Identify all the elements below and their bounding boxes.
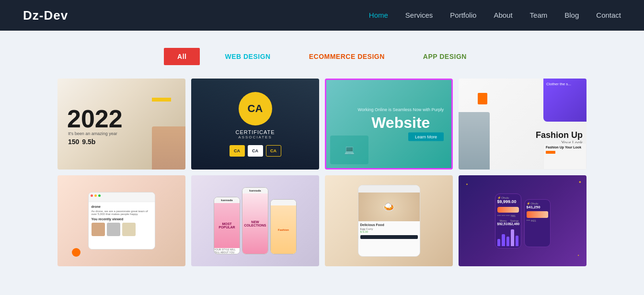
nav-link-contact[interactable]: Contact bbox=[596, 11, 621, 19]
nav-item-team[interactable]: Team bbox=[530, 11, 548, 20]
website-main-title: Website bbox=[358, 114, 444, 132]
fashion-tag-text: Fashion bbox=[278, 228, 289, 231]
company-name: CERTIFICATE bbox=[235, 129, 275, 135]
nav-link-about[interactable]: About bbox=[494, 11, 512, 19]
phone2-card bbox=[527, 211, 548, 218]
browser-mockup: drone As drone, we are a passionate grea… bbox=[88, 192, 155, 250]
year-number: 2022 bbox=[67, 106, 123, 131]
card-7-inner: 🍛 Delicious Food Egg Curry $ 6.00 bbox=[325, 175, 453, 266]
website-cta-btn[interactable]: Learn More bbox=[408, 133, 444, 141]
card-number: **** **** **** 7881 bbox=[497, 215, 519, 217]
store-name: drone bbox=[92, 205, 152, 208]
card-6-inner: kannada MOST POPULAR YOUR STYLE WILL TEL… bbox=[191, 175, 319, 266]
nav-item-blog[interactable]: Blog bbox=[564, 11, 579, 20]
portfolio-item-4[interactable]: Clother the s... Fashion Up Your Look Fa… bbox=[459, 79, 586, 170]
portfolio-item-3[interactable]: 💻 Working Online is Seamless Now with Pu… bbox=[325, 79, 453, 170]
balance-amount: $9,999.00 bbox=[497, 199, 519, 204]
food-action-row bbox=[360, 235, 418, 239]
expense-stat: Savings $2,460 bbox=[509, 219, 519, 226]
portfolio-item-8[interactable]: ✦ ✦ ✦ ⚡ Ohulu $9,999.00 **** **** **** 7… bbox=[459, 175, 586, 266]
stats-row: 150 9.5b bbox=[68, 138, 95, 146]
phone-screen-right: Fashion bbox=[271, 205, 296, 254]
product-2 bbox=[107, 223, 120, 236]
nav-item-services[interactable]: Services bbox=[405, 11, 433, 20]
portfolio-item-6[interactable]: kannada MOST POPULAR YOUR STYLE WILL TEL… bbox=[191, 175, 319, 266]
product-3 bbox=[122, 223, 136, 236]
card-4-inner: Clother the s... Fashion Up Your Look Fa… bbox=[459, 79, 586, 170]
nav-item-about[interactable]: About bbox=[494, 11, 512, 20]
filter-bar: All WEB DESIGN ECOMMERCE DESIGN APP DESI… bbox=[0, 31, 644, 79]
nav-item-portfolio[interactable]: Portfolio bbox=[450, 11, 476, 20]
filter-ecommerce-design[interactable]: ECOMMERCE DESIGN bbox=[296, 48, 398, 65]
bar-2 bbox=[502, 234, 505, 246]
income-stat: Money $92,510 bbox=[497, 219, 509, 226]
nav-link-portfolio[interactable]: Portfolio bbox=[450, 11, 476, 19]
filter-app-design[interactable]: APP DESIGN bbox=[410, 48, 480, 65]
store-tagline: As drone, we are a passionate great team… bbox=[92, 210, 152, 216]
nav-link-team[interactable]: Team bbox=[530, 11, 548, 19]
portfolio-item-2[interactable]: CA CERTIFICATE ASSOCIATES CA CA CA bbox=[191, 79, 319, 170]
year-subtitle: It's been an amazing year bbox=[68, 131, 117, 136]
expense-value: $2,460 bbox=[509, 222, 519, 226]
small-badge-1: CA bbox=[230, 145, 245, 157]
portfolio-item-7[interactable]: 🍛 Delicious Food Egg Curry $ 6.00 bbox=[325, 175, 453, 266]
portfolio-item-1[interactable]: 2022 It's been an amazing year 150 9.5b bbox=[58, 79, 185, 170]
ca-content: CA CERTIFICATE ASSOCIATES CA CA CA bbox=[230, 92, 281, 157]
purple-card-text: Clother the s... bbox=[546, 81, 584, 87]
close-dot bbox=[91, 194, 93, 197]
expense-label: Savings bbox=[509, 219, 519, 222]
nav-item-contact[interactable]: Contact bbox=[596, 11, 621, 20]
food-app-title: Delicious Food bbox=[360, 223, 418, 227]
food-bowl-image: 🍛 bbox=[358, 193, 420, 221]
laptop-icon: 💻 bbox=[344, 145, 355, 155]
browser-body: drone As drone, we are a passionate grea… bbox=[89, 202, 155, 249]
phone-screen-left: MOST POPULAR bbox=[214, 203, 240, 248]
nav-link-home[interactable]: Home bbox=[369, 11, 388, 19]
fashion-title-1: Fashion Up bbox=[536, 130, 583, 140]
phone-footer-left: YOUR STYLE WILL TELL ABOUT YOU bbox=[214, 248, 240, 254]
filter-all[interactable]: All bbox=[164, 48, 200, 65]
nav-link-services[interactable]: Services bbox=[405, 11, 433, 19]
card-3-inner: 💻 Working Online is Seamless Now with Pu… bbox=[326, 80, 451, 168]
orange-accent-dot bbox=[72, 248, 80, 257]
small-badge-3: CA bbox=[266, 145, 281, 157]
product-1 bbox=[92, 223, 105, 236]
yellow-accent-bar bbox=[152, 98, 171, 102]
recently-viewed: You recently viewed bbox=[92, 217, 152, 221]
bar-1 bbox=[497, 239, 501, 246]
card-8-inner: ✦ ✦ ✦ ⚡ Ohulu $9,999.00 **** **** **** 7… bbox=[459, 175, 586, 266]
site-logo[interactable]: Dz-Dev bbox=[23, 8, 369, 23]
portfolio-grid: 2022 It's been an amazing year 150 9.5b … bbox=[0, 79, 644, 289]
phone2-amount: $41,250 bbox=[527, 205, 548, 209]
company-sub: ASSOCIATES bbox=[238, 135, 272, 139]
cta-row bbox=[546, 151, 584, 154]
card-5-inner: drone As drone, we are a passionate grea… bbox=[58, 175, 185, 266]
phone-right: Fashion bbox=[270, 199, 297, 254]
nav-link-blog[interactable]: Blog bbox=[564, 11, 579, 19]
cta-bar bbox=[546, 151, 555, 154]
website-text-block: Working Online is Seamless Now with Purp… bbox=[358, 107, 444, 141]
stat-2: 9.5b bbox=[82, 138, 95, 146]
phone-brand: kannada bbox=[214, 197, 240, 203]
bar-5 bbox=[516, 236, 519, 246]
nav-item-home[interactable]: Home bbox=[369, 11, 388, 20]
ca-badge: CA bbox=[239, 92, 272, 125]
finance-app-name: ⚡ Ohulu bbox=[497, 196, 519, 199]
nav-links: Home Services Portfolio About Team Blog … bbox=[369, 11, 621, 20]
phone-left: kannada MOST POPULAR YOUR STYLE WILL TEL… bbox=[214, 197, 240, 254]
portfolio-item-5[interactable]: drone As drone, we are a passionate grea… bbox=[58, 175, 185, 266]
badge-row: CA CA CA bbox=[230, 145, 281, 157]
phone2-card-num: **** 4421 bbox=[527, 219, 548, 222]
stats-row: Money $92,510 Savings $2,460 bbox=[497, 219, 519, 226]
bar-3 bbox=[506, 237, 510, 246]
browser-header bbox=[89, 193, 155, 202]
max-dot bbox=[98, 194, 101, 197]
product-row bbox=[92, 223, 152, 236]
filter-web-design[interactable]: WEB DESIGN bbox=[211, 48, 284, 65]
star-decoration: ✦ bbox=[578, 180, 582, 184]
website-tagline: Working Online is Seamless Now with Purp… bbox=[358, 107, 444, 112]
food-app-header bbox=[358, 185, 420, 193]
phone-middle: kannada NEW COLECTIONS bbox=[242, 187, 268, 254]
browser-dots bbox=[89, 193, 155, 199]
finance-phone-main: ⚡ Ohulu $9,999.00 **** **** **** 7881 Mo… bbox=[495, 193, 521, 249]
